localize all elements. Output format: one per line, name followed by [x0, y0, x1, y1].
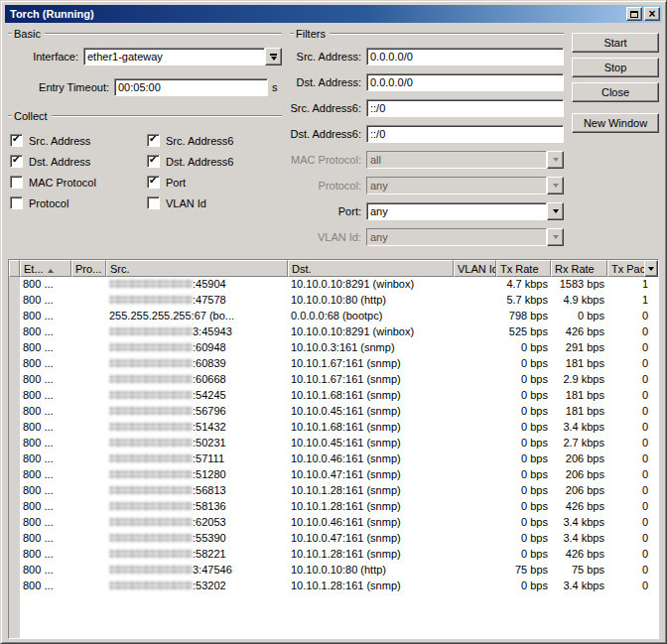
cell-tx_pack: 0 — [607, 420, 658, 436]
table-row[interactable]: 800 ...:5320210.10.1.28:161 (snmp)0 bps3… — [9, 579, 658, 594]
table-row[interactable]: 800 ...:6205310.10.0.46:161 (snmp)0 bps3… — [9, 515, 658, 531]
cell-dst: 10.10.0.3:161 (snmp) — [288, 340, 454, 356]
port-label: Port: — [290, 205, 366, 217]
table-row[interactable]: 800 ...:5813610.10.1.28:161 (snmp)0 bps4… — [9, 499, 658, 515]
table-row[interactable]: 800 ...:5023110.10.0.45:161 (snmp)0 bps2… — [9, 436, 658, 451]
stop-button[interactable]: Stop — [572, 58, 659, 77]
combo-dropdown-button[interactable] — [547, 202, 564, 220]
dst-address6-input[interactable]: ::/0 — [366, 125, 564, 143]
table-row[interactable]: 800 ...3:4754610.10.0.10:80 (http)75 bps… — [9, 563, 658, 579]
checkbox-checked-icon — [147, 155, 160, 168]
column-header-tx_rate[interactable]: Tx Rate — [496, 260, 551, 277]
cell-rx_rate: 426 bps — [551, 324, 607, 340]
cell-et: 800 ... — [20, 356, 71, 372]
combo-dropdown-button — [547, 151, 564, 169]
column-header-src[interactable]: Src. — [106, 260, 288, 277]
cell-dst: 10.10.0.45:161 (snmp) — [288, 436, 454, 451]
collect-option-dst-address6[interactable]: Dst. Address6 — [147, 151, 284, 172]
cell-et: 800 ... — [20, 404, 71, 420]
cell-tx_pack: 0 — [607, 579, 658, 594]
column-header-rx_rate[interactable]: Rx Rate — [551, 260, 607, 277]
close-button[interactable]: × — [644, 7, 660, 21]
entry-timeout-input[interactable]: 00:05:00 — [114, 78, 268, 96]
cell-dst: 10.10.1.68:161 (snmp) — [288, 420, 454, 436]
table-row[interactable]: 800 ...:5711110.10.0.46:161 (snmp)0 bps2… — [9, 451, 658, 467]
interface-select[interactable]: ether1-gateway — [83, 48, 265, 65]
cell-src: 255.255.255.255:67 (bo... — [106, 309, 288, 324]
column-header-pro[interactable]: Pro... — [71, 260, 106, 277]
filter-row-dst-address6: Dst. Address6:::/0 — [290, 125, 564, 143]
table-row[interactable]: 800 ...:6083910.10.1.67:161 (snmp)0 bps1… — [9, 356, 658, 372]
cell-src: :56796 — [106, 404, 288, 420]
redacted-address — [109, 517, 193, 527]
collect-option-mac-protocol[interactable]: MAC Protocol — [10, 172, 147, 193]
cell-dst: 10.10.0.46:161 (snmp) — [288, 515, 454, 531]
collect-option-dst-address[interactable]: Dst. Address — [10, 151, 147, 172]
table-row[interactable]: 800 ...:6094810.10.0.3:161 (snmp)0 bps29… — [9, 340, 658, 356]
cell-tx_rate: 0 bps — [496, 515, 551, 531]
table-row[interactable]: 800 ...:5539010.10.0.47:161 (snmp)0 bps3… — [9, 531, 658, 547]
cell-dst: 10.10.1.28:161 (snmp) — [288, 579, 454, 594]
src-address6-input[interactable]: ::/0 — [366, 99, 564, 117]
column-select-button[interactable] — [644, 260, 658, 277]
table-row[interactable]: 800 ...:6066810.10.1.67:161 (snmp)0 bps2… — [9, 372, 658, 388]
cell-pro — [71, 451, 106, 467]
column-label: VLAN Id — [458, 263, 496, 275]
combo-dropdown-button — [547, 228, 564, 246]
close-icon: × — [648, 9, 655, 19]
collect-option-port[interactable]: Port — [147, 172, 284, 193]
cell-tx_rate: 0 bps — [496, 499, 551, 515]
checkbox-label: MAC Protocol — [29, 177, 96, 189]
column-header-flag[interactable] — [9, 260, 20, 277]
window-title: Torch (Running) — [10, 8, 624, 20]
collect-option-protocol[interactable]: Protocol — [10, 193, 147, 213]
column-header-vlan[interactable]: VLAN Id — [454, 260, 496, 277]
collect-option-src-address[interactable]: Src. Address — [10, 130, 147, 151]
interface-dropdown-button[interactable] — [265, 48, 282, 65]
cell-src: :56813 — [106, 483, 288, 499]
table-row[interactable]: 800 ...:5681310.10.1.28:161 (snmp)0 bps2… — [9, 483, 658, 499]
table-row[interactable]: 800 ...:5143210.10.1.68:161 (snmp)0 bps3… — [9, 420, 658, 436]
table-row[interactable]: 800 ...:5822110.10.1.28:161 (snmp)0 bps4… — [9, 547, 658, 563]
start-button[interactable]: Start — [572, 33, 659, 53]
cell-tx_pack: 0 — [607, 436, 658, 451]
cell-flag — [9, 404, 20, 420]
torch-window: Torch (Running) × Basic Interface: ether… — [0, 0, 667, 644]
new-window-button[interactable]: New Window — [572, 113, 659, 133]
chevron-down-icon — [271, 57, 277, 61]
dst-address-input[interactable]: 0.0.0.0/0 — [366, 73, 564, 91]
column-label: Rx Rate — [555, 263, 595, 275]
cell-rx_rate: 0 bps — [551, 309, 607, 324]
column-header-dst[interactable]: Dst. — [288, 260, 454, 277]
filter-rows: Src. Address:0.0.0.0/0Dst. Address:0.0.0… — [290, 48, 564, 246]
filter-row-src-address: Src. Address:0.0.0.0/0 — [290, 48, 564, 65]
table-row[interactable]: 800 ...:5679610.10.0.45:161 (snmp)0 bps1… — [9, 404, 658, 420]
src-address-input[interactable]: 0.0.0.0/0 — [366, 48, 564, 65]
table-row[interactable]: 800 ...3:4594310.10.0.10:8291 (winbox)52… — [9, 324, 658, 340]
table-row[interactable]: 800 ...:4590410.10.0.10:8291 (winbox)4.7… — [9, 277, 658, 293]
chevron-down-icon — [553, 235, 559, 239]
close-button[interactable]: Close — [572, 82, 659, 102]
cell-flag — [9, 293, 20, 309]
titlebar[interactable]: Torch (Running) × — [5, 5, 662, 23]
column-label: Src. — [110, 263, 130, 275]
cell-rx_rate: 206 bps — [551, 483, 607, 499]
table-row[interactable]: 800 ...:5424510.10.1.68:161 (snmp)0 bps1… — [9, 388, 658, 404]
column-header-et[interactable]: Et... — [20, 260, 71, 277]
cell-dst: 10.10.1.28:161 (snmp) — [288, 483, 454, 499]
maximize-button[interactable] — [626, 7, 642, 21]
cell-dst: 10.10.1.28:161 (snmp) — [288, 499, 454, 515]
filter-row-port: Port:any — [290, 202, 564, 220]
cell-dst: 10.10.1.67:161 (snmp) — [288, 372, 454, 388]
cell-vlan — [454, 579, 496, 594]
cell-flag — [9, 531, 20, 547]
collect-option-src-address6[interactable]: Src. Address6 — [147, 130, 284, 151]
table-row[interactable]: 800 ...:5128010.10.0.47:161 (snmp)0 bps2… — [9, 467, 658, 483]
cell-dst: 10.10.0.10:8291 (winbox) — [288, 277, 454, 293]
collect-option-vlan-id[interactable]: VLAN Id — [147, 193, 284, 213]
cell-et: 800 ... — [20, 483, 71, 499]
redacted-address — [109, 422, 193, 432]
table-row[interactable]: 800 ...:4757810.10.0.10:80 (http)5.7 kbp… — [9, 293, 658, 309]
port-select[interactable]: any — [366, 202, 564, 220]
table-row[interactable]: 800 ...255.255.255.255:67 (bo...0.0.0.0:… — [9, 309, 658, 324]
